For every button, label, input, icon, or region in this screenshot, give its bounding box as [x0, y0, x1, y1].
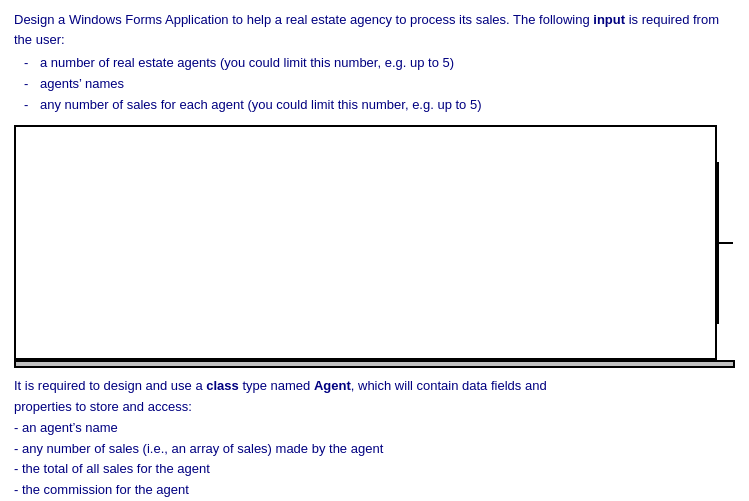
bottom-intro: It is required to design and use a	[14, 378, 206, 393]
middle-box-wrapper	[14, 125, 735, 360]
list-item: a number of real estate agents (you coul…	[24, 53, 735, 74]
connector-line-bottom	[717, 244, 719, 324]
bold-input: input	[593, 12, 625, 27]
bottom-line5: - the total of all sales for the agent	[14, 459, 735, 480]
bottom-line3: - an agent’s name	[14, 418, 735, 439]
right-connector	[717, 125, 735, 360]
bold-class: class	[206, 378, 239, 393]
bullet-list: a number of real estate agents (you coul…	[14, 53, 735, 115]
list-item: agents’ names	[24, 74, 735, 95]
bottom-line1: It is required to design and use a class…	[14, 376, 735, 397]
connector-line-middle	[717, 242, 733, 244]
main-content-box	[14, 125, 717, 360]
top-text: Design a Windows Forms Application to he…	[14, 10, 735, 49]
bold-agent: Agent	[314, 378, 351, 393]
bottom-line4: - any number of sales (i.e., an array of…	[14, 439, 735, 460]
page-container: Design a Windows Forms Application to he…	[0, 0, 749, 501]
bottom-end: , which will contain data fields and	[351, 378, 547, 393]
list-item: any number of sales for each agent (you …	[24, 95, 735, 116]
bottom-bar	[14, 360, 735, 368]
top-section: Design a Windows Forms Application to he…	[14, 10, 735, 121]
bottom-line2: properties to store and access:	[14, 397, 735, 418]
intro-text: Design a Windows Forms Application to he…	[14, 12, 593, 27]
bottom-section: It is required to design and use a class…	[14, 368, 735, 501]
connector-line-top	[717, 162, 719, 242]
bottom-line6: - the commission for the agent	[14, 480, 735, 501]
bottom-mid: type named	[239, 378, 314, 393]
